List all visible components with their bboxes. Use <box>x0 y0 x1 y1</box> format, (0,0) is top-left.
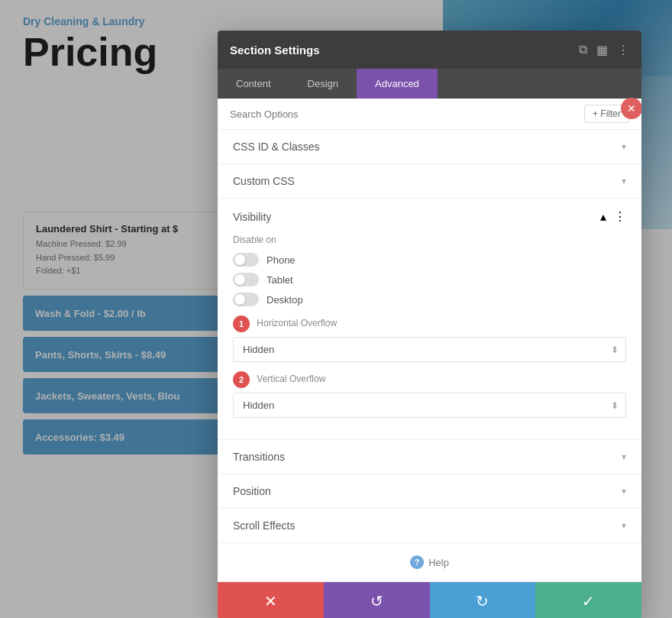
search-bar: + Filter <box>218 99 641 130</box>
more-icon[interactable]: ⋮ <box>614 209 626 224</box>
vertical-overflow-select-wrapper: Hidden Visible Auto Scroll ⬍ <box>233 393 626 418</box>
tab-content[interactable]: Content <box>218 69 289 99</box>
refresh-button[interactable]: ↻ <box>430 582 536 618</box>
horizontal-overflow-label: 1 Horizontal Overflow <box>233 315 626 332</box>
visibility-header[interactable]: Visibility ▴ ⋮ <box>218 199 641 235</box>
panel-footer: ✕ ↺ ↻ ✓ <box>218 581 641 618</box>
visibility-label: Visibility <box>233 211 271 223</box>
custom-css-label: Custom CSS <box>233 175 295 187</box>
more-options-icon[interactable]: ⋮ <box>617 43 629 57</box>
chevron-up-icon: ▴ <box>600 209 606 224</box>
panel-close-button[interactable]: ✕ <box>621 98 641 119</box>
transitions-label: Transitions <box>233 451 285 463</box>
desktop-label: Desktop <box>267 294 303 306</box>
chevron-down-icon: ▾ <box>622 141 626 152</box>
reset-button[interactable]: ↺ <box>324 582 430 618</box>
help-row: ? Help <box>218 543 641 581</box>
chevron-down-icon: ▾ <box>622 176 626 186</box>
visibility-content: Disable on Phone Tablet Desktop 1 <box>218 235 641 439</box>
settings-panel: Section Settings ⧉ ▦ ⋮ Content Design Ad… <box>218 31 641 618</box>
horizontal-overflow-section: 1 Horizontal Overflow Hidden Visible Aut… <box>233 315 626 362</box>
step-1-badge: 1 <box>233 315 250 332</box>
vertical-overflow-label: 2 Vertical Overflow <box>233 371 626 388</box>
search-input[interactable] <box>230 108 578 120</box>
tablet-label: Tablet <box>267 274 293 286</box>
desktop-toggle[interactable] <box>233 293 259 306</box>
position-label: Position <box>233 485 271 497</box>
transitions-section[interactable]: Transitions ▾ <box>218 440 641 474</box>
vertical-overflow-text: Vertical Overflow <box>257 374 325 384</box>
visibility-section: Visibility ▴ ⋮ Disable on Phone Tablet <box>218 199 641 440</box>
custom-css-section[interactable]: Custom CSS ▾ <box>218 164 641 199</box>
vertical-overflow-section: 2 Vertical Overflow Hidden Visible Auto … <box>233 371 626 418</box>
help-icon[interactable]: ? <box>410 555 424 569</box>
chevron-down-icon: ▾ <box>622 451 626 462</box>
horizontal-overflow-select-wrapper: Hidden Visible Auto Scroll ⬍ <box>233 337 626 362</box>
step-2-badge: 2 <box>233 371 250 388</box>
panel-header: Section Settings ⧉ ▦ ⋮ <box>218 31 641 69</box>
css-id-classes-section[interactable]: CSS ID & Classes ▾ <box>218 130 641 164</box>
panel-content: CSS ID & Classes ▾ Custom CSS ▾ Visibili… <box>218 130 641 581</box>
horizontal-overflow-select[interactable]: Hidden Visible Auto Scroll <box>233 337 626 362</box>
horizontal-overflow-text: Horizontal Overflow <box>257 318 337 328</box>
save-button[interactable]: ✓ <box>535 582 641 618</box>
copy-icon[interactable]: ⧉ <box>579 43 587 57</box>
chevron-down-icon: ▾ <box>622 486 626 497</box>
scroll-effects-section[interactable]: Scroll Effects ▾ <box>218 509 641 543</box>
tab-advanced[interactable]: Advanced <box>357 69 438 99</box>
position-section[interactable]: Position ▾ <box>218 474 641 509</box>
scroll-effects-label: Scroll Effects <box>233 519 295 532</box>
phone-toggle-row: Phone <box>233 253 626 267</box>
chevron-down-icon: ▾ <box>622 520 626 531</box>
phone-label: Phone <box>267 254 296 266</box>
tablet-toggle[interactable] <box>233 273 259 286</box>
vertical-overflow-select[interactable]: Hidden Visible Auto Scroll <box>233 393 626 418</box>
panel-title: Section Settings <box>230 44 320 57</box>
tablet-toggle-row: Tablet <box>233 273 626 286</box>
columns-icon[interactable]: ▦ <box>596 43 608 57</box>
desktop-toggle-row: Desktop <box>233 293 626 306</box>
visibility-header-icons: ▴ ⋮ <box>600 209 626 224</box>
tab-design[interactable]: Design <box>289 69 357 99</box>
panel-tabs: Content Design Advanced <box>218 69 641 99</box>
cancel-button[interactable]: ✕ <box>218 582 324 618</box>
help-label[interactable]: Help <box>428 557 449 568</box>
phone-toggle[interactable] <box>233 253 259 267</box>
disable-on-label: Disable on <box>233 235 626 245</box>
css-id-classes-label: CSS ID & Classes <box>233 141 320 153</box>
panel-header-icons: ⧉ ▦ ⋮ <box>579 43 629 57</box>
